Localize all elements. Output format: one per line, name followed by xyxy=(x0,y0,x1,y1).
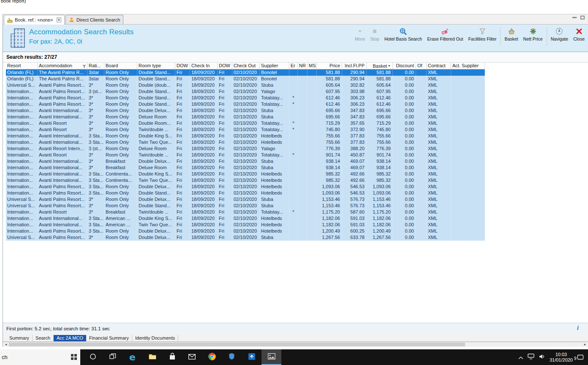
column-header-supplier[interactable]: Supplier xyxy=(260,63,289,69)
taskbar-store-button[interactable] xyxy=(162,349,182,365)
table-row[interactable]: Universal S...Avanti Palms Resort...3*Ro… xyxy=(6,234,485,241)
bottom-tab-acc-2a-mco[interactable]: Acc 2A MCO xyxy=(54,335,86,341)
cell-basket: 938.14 xyxy=(367,165,393,171)
column-header-rati[interactable]: Rati... xyxy=(87,63,104,69)
toolbar-nett-price-button[interactable]: Nett Price xyxy=(521,26,545,41)
column-header-check-in[interactable]: Check In xyxy=(190,63,218,69)
table-row[interactable]: Internation...Avanti International...3 S… xyxy=(6,222,485,228)
table-row[interactable]: Internation...Avanti Resort Intern...3 (… xyxy=(6,145,485,152)
table-row[interactable]: Internation...Avanti Resort3*Room OnlyTw… xyxy=(6,126,485,133)
toolbar-navigate-button[interactable]: Navigate xyxy=(548,26,571,41)
cell-dow: Fri xyxy=(218,120,232,126)
column-label: Check In xyxy=(191,63,210,68)
taskbar-file-explorer-button[interactable] xyxy=(142,349,162,365)
volume-icon[interactable] xyxy=(539,354,545,361)
table-row[interactable]: Internation...Avanti International...3*R… xyxy=(6,107,485,114)
show-hidden-icons-chevron[interactable] xyxy=(518,354,523,361)
cell-incl-fl-pp: 587.60 xyxy=(342,209,367,215)
minimize-button[interactable] xyxy=(572,17,577,18)
cell-discount: 0.00 xyxy=(393,107,416,114)
bottom-tab-summary[interactable]: Summary xyxy=(6,335,33,341)
toolbar-erase-filtered-out-button[interactable]: Erase Filtered Out xyxy=(425,26,466,41)
taskbar-chrome-button[interactable] xyxy=(202,349,222,365)
toolbar-basket-button[interactable]: Basket xyxy=(502,26,520,41)
cell-basket: 755.66 xyxy=(367,139,393,145)
start-button-icon[interactable] xyxy=(71,354,77,362)
table-row[interactable]: Internation...Avanti International...3 S… xyxy=(6,171,485,177)
cell-board: Room Only xyxy=(104,69,137,76)
table-row[interactable]: Internation...Avanti Palms Resort...3 (s… xyxy=(6,88,485,95)
bottom-tab-identity-documents[interactable]: Identity Documents xyxy=(132,335,178,341)
column-header-price[interactable]: Price xyxy=(317,63,342,69)
scroll-right-arrow-icon[interactable]: ▸ xyxy=(582,342,588,347)
tab-book-ref-none[interactable]: Book. ref.: <none>✕ xyxy=(4,15,65,25)
table-row[interactable]: Orlando (FL)The Avanti Palms R...3starRo… xyxy=(6,76,485,82)
taskbar-clock[interactable]: 10:03 31/01/2020 xyxy=(550,352,573,363)
toolbar-hotel-basis-search-button[interactable]: Hotel Basis Search xyxy=(382,26,425,41)
taskbar-mail-button[interactable] xyxy=(182,349,202,365)
table-row[interactable]: Internation...Avanti International...3 S… xyxy=(6,139,485,145)
table-row[interactable]: Internation...Avanti Palms Resort...3 St… xyxy=(6,184,485,190)
taskbar-app-arrow-button[interactable] xyxy=(242,349,261,365)
horizontal-scrollbar[interactable]: ◂ ▸ xyxy=(3,342,588,347)
table-row[interactable]: Internation...Avanti Resort3*BreakfastTw… xyxy=(6,209,485,215)
column-header-board[interactable]: Board xyxy=(104,63,137,69)
taskbar-task-view-button[interactable] xyxy=(103,349,122,365)
table-row[interactable]: Internation...Avanti Resort3*Room OnlyTw… xyxy=(6,152,485,158)
cell-contract: XML xyxy=(427,152,451,158)
restore-button[interactable] xyxy=(580,16,585,19)
cell-supplier: Totalstay... xyxy=(260,120,289,126)
column-header-incl-fl-pp[interactable]: Incl.Fl.PP xyxy=(342,63,367,69)
scroll-thumb[interactable] xyxy=(9,343,465,346)
toolbar-close-button[interactable]: Close xyxy=(571,26,587,41)
column-header-ms[interactable]: MS xyxy=(308,63,317,69)
info-icon[interactable]: i xyxy=(577,325,579,332)
table-row[interactable]: Universal S...Avanti Palms Resort...3*Ro… xyxy=(6,196,485,203)
taskbar-edge-button[interactable]: e xyxy=(122,349,142,365)
table-row[interactable]: Orlando (FL)The Avanti Palms R...3starRo… xyxy=(6,69,485,76)
toolbar-facilities-filter-button[interactable]: Facilities Filter xyxy=(466,26,499,41)
table-row[interactable]: Internation...Avanti Resort3*Room OnlyDo… xyxy=(6,120,485,126)
action-center-icon[interactable]: 9 xyxy=(577,354,584,361)
cell-incl-fl-pp: 302.82 xyxy=(342,82,367,88)
column-header-check-out[interactable]: Check Out xyxy=(232,63,260,69)
taskbar-shield-button[interactable] xyxy=(222,349,242,365)
column-header-basket[interactable]: Basket▼ xyxy=(367,63,393,69)
column-header-dow[interactable]: DOW xyxy=(218,63,232,69)
table-row[interactable]: Internation...Avanti Palms Resort...3 St… xyxy=(6,228,485,234)
column-header-of[interactable]: Of xyxy=(416,63,427,69)
taskbar-search-box[interactable]: ch xyxy=(0,349,80,365)
column-header-act-supplier[interactable]: Act. Supplier xyxy=(451,63,485,69)
table-row[interactable]: Internation...Avanti International...3*B… xyxy=(6,158,485,165)
filter-icon[interactable] xyxy=(82,64,86,69)
scroll-left-arrow-icon[interactable]: ◂ xyxy=(3,342,9,347)
table-row[interactable]: Internation...Avanti International...3*B… xyxy=(6,165,485,171)
table-row[interactable]: Internation...Avanti Palms Resort...3*Ro… xyxy=(6,95,485,101)
table-row[interactable]: Internation...Avanti Palms Resort...3*Ro… xyxy=(6,101,485,107)
table-row[interactable]: Internation...Avanti Palms Resort...3 St… xyxy=(6,190,485,196)
cell-of xyxy=(416,145,427,152)
cell-check-out: 02/10/2020 xyxy=(232,234,260,241)
table-row[interactable]: Internation...Avanti International...3 S… xyxy=(6,133,485,139)
column-header-room-type[interactable]: Room type xyxy=(137,63,175,69)
column-header-accommodation[interactable]: Accommodation xyxy=(38,63,87,69)
taskbar-photos-button[interactable] xyxy=(261,349,281,365)
column-header-discount[interactable]: Discount xyxy=(393,63,416,69)
table-row[interactable]: Universal S...Avanti Palms Resort...3*Ro… xyxy=(6,82,485,88)
taskbar-cortana-button[interactable] xyxy=(83,349,103,365)
column-header-resort[interactable]: Resort xyxy=(6,63,38,69)
tab-direct-clients-search[interactable]: Direct Clients Search xyxy=(65,15,123,24)
column-header-nr[interactable]: NR xyxy=(298,63,308,69)
network-icon[interactable] xyxy=(528,353,534,361)
bottom-tab-financial-summary[interactable]: Financial Summary xyxy=(86,335,132,341)
table-row[interactable]: Internation...Avanti International...3 S… xyxy=(6,177,485,184)
bottom-tab-search[interactable]: Search xyxy=(33,335,54,341)
tab-close-icon[interactable]: ✕ xyxy=(57,17,62,22)
column-header-contract[interactable]: Contract xyxy=(427,63,451,69)
table-row[interactable]: Internation...Avanti International...3*R… xyxy=(6,114,485,120)
column-header-er[interactable]: Er xyxy=(289,63,298,69)
cell-of xyxy=(416,234,427,241)
table-row[interactable]: Universal S...Avanti Palms Resort...3*Ro… xyxy=(6,203,485,209)
table-row[interactable]: Internation...Avanti International...3 S… xyxy=(6,215,485,222)
column-header-dow[interactable]: DOW xyxy=(175,63,190,69)
